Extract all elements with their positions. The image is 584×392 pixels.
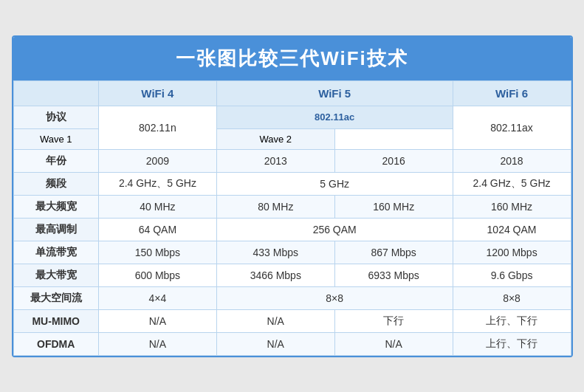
spatial-streams-label: 最大空间流: [13, 286, 98, 309]
wave1-header: Wave 1: [13, 128, 98, 149]
spatial-streams-row: 最大空间流 4×4 8×8 8×8: [13, 286, 571, 309]
comparison-table: WiFi 4 WiFi 5 WiFi 6 协议 802.11n 802.11ac…: [13, 80, 571, 356]
mumimo-wifi5-wave2: 下行: [334, 309, 453, 332]
total-bw-wifi5-wave1: 3466 Mbps: [216, 264, 334, 286]
total-bw-wifi4: 600 Mbps: [98, 264, 216, 286]
protocol-wifi5-top: 802.11ac: [216, 106, 453, 128]
year-wifi6: 2018: [453, 149, 571, 172]
wifi5-header: WiFi 5: [216, 80, 453, 106]
ofdma-label: OFDMA: [13, 332, 98, 355]
modulation-label: 最高调制: [13, 218, 98, 241]
modulation-row: 最高调制 64 QAM 256 QAM 1024 QAM: [13, 218, 571, 241]
protocol-row: 协议 802.11n 802.11ac 802.11ax: [13, 106, 571, 128]
freq-row: 频段 2.4 GHz、5 GHz 5 GHz 2.4 GHz、5 GHz: [13, 172, 571, 195]
modulation-wifi5: 256 QAM: [216, 218, 453, 241]
freq-label: 频段: [13, 172, 98, 195]
mumimo-wifi5-wave1: N/A: [216, 309, 334, 332]
maxbw-wifi5-wave2: 160 MHz: [334, 195, 453, 218]
single-stream-wifi5-wave1: 433 Mbps: [216, 241, 334, 264]
col-label-header: [13, 80, 98, 106]
maxbw-label: 最大频宽: [13, 195, 98, 218]
protocol-label: 协议: [13, 106, 98, 128]
total-bw-wifi5-wave2: 6933 Mbps: [334, 264, 453, 286]
ofdma-wifi5-wave2: N/A: [334, 332, 453, 355]
main-card: 一张图比较三代WiFi技术 WiFi 4 WiFi 5 WiFi 6 协议 80…: [12, 35, 573, 357]
spatial-streams-wifi4: 4×4: [98, 286, 216, 309]
ofdma-row: OFDMA N/A N/A N/A 上行、下行: [13, 332, 571, 355]
year-wifi5-wave1: 2013: [216, 149, 334, 172]
ofdma-wifi6: 上行、下行: [453, 332, 571, 355]
page-title: 一张图比较三代WiFi技术: [13, 37, 571, 80]
single-stream-row: 单流带宽 150 Mbps 433 Mbps 867 Mbps 1200 Mbp…: [13, 241, 571, 264]
freq-wifi4: 2.4 GHz、5 GHz: [98, 172, 216, 195]
protocol-wifi4: 802.11n: [98, 106, 216, 149]
protocol-wifi6: 802.11ax: [453, 106, 571, 149]
modulation-wifi6: 1024 QAM: [453, 218, 571, 241]
header-row: WiFi 4 WiFi 5 WiFi 6: [13, 80, 571, 106]
freq-wifi5: 5 GHz: [216, 172, 453, 195]
single-stream-wifi5-wave2: 867 Mbps: [334, 241, 453, 264]
spatial-streams-wifi5: 8×8: [216, 286, 453, 309]
mumimo-wifi4: N/A: [98, 309, 216, 332]
year-label: 年份: [13, 149, 98, 172]
year-wifi5-wave2: 2016: [334, 149, 453, 172]
mumimo-label: MU-MIMO: [13, 309, 98, 332]
spatial-streams-wifi6: 8×8: [453, 286, 571, 309]
wifi6-header: WiFi 6: [453, 80, 571, 106]
single-stream-wifi4: 150 Mbps: [98, 241, 216, 264]
maxbw-wifi6: 160 MHz: [453, 195, 571, 218]
single-stream-label: 单流带宽: [13, 241, 98, 264]
maxbw-wifi5-wave1: 80 MHz: [216, 195, 334, 218]
mumimo-row: MU-MIMO N/A N/A 下行 上行、下行: [13, 309, 571, 332]
year-wifi4: 2009: [98, 149, 216, 172]
modulation-wifi4: 64 QAM: [98, 218, 216, 241]
ofdma-wifi4: N/A: [98, 332, 216, 355]
total-bw-row: 最大带宽 600 Mbps 3466 Mbps 6933 Mbps 9.6 Gb…: [13, 264, 571, 286]
ofdma-wifi5-wave1: N/A: [216, 332, 334, 355]
freq-wifi6: 2.4 GHz、5 GHz: [453, 172, 571, 195]
year-row: 年份 2009 2013 2016 2018: [13, 149, 571, 172]
total-bw-wifi6: 9.6 Gbps: [453, 264, 571, 286]
maxbw-row: 最大频宽 40 MHz 80 MHz 160 MHz 160 MHz: [13, 195, 571, 218]
mumimo-wifi6: 上行、下行: [453, 309, 571, 332]
single-stream-wifi6: 1200 Mbps: [453, 241, 571, 264]
total-bw-label: 最大带宽: [13, 264, 98, 286]
maxbw-wifi4: 40 MHz: [98, 195, 216, 218]
wifi4-header: WiFi 4: [98, 80, 216, 106]
wave2-header: Wave 2: [216, 128, 334, 149]
